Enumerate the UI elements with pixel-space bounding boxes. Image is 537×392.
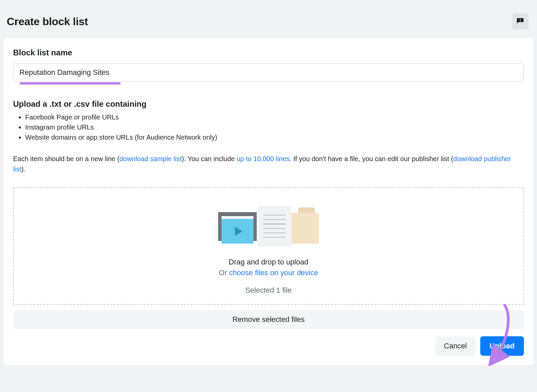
page-title: Create block list: [7, 15, 88, 28]
form-card: Block list name Upload a .txt or .csv fi…: [3, 38, 534, 365]
list-item: Website domains or app store URLs (for A…: [25, 132, 524, 142]
upload-button[interactable]: Upload: [480, 336, 524, 356]
name-label: Block list name: [13, 48, 524, 57]
list-item: Facebook Page or profile URLs: [25, 112, 524, 122]
choose-files-link[interactable]: choose files on your device: [229, 268, 318, 277]
file-dropzone[interactable]: Drag and drop to upload Or choose files …: [13, 187, 524, 305]
list-item: Instagram profile URLs: [25, 122, 524, 132]
feedback-button[interactable]: [512, 13, 528, 30]
page-header: Create block list: [3, 3, 534, 38]
dropzone-subtitle: Or choose files on your device: [219, 268, 318, 277]
upload-heading: Upload a .txt or .csv file containing: [13, 99, 524, 109]
upload-illustration-icon: [218, 206, 319, 246]
feedback-icon: [516, 17, 524, 26]
selected-file-status: Selected 1 file: [245, 286, 292, 295]
upload-bullet-list: Facebook Page or profile URLs Instagram …: [13, 112, 524, 142]
help-text: Each item should be on a new line (downl…: [13, 154, 524, 175]
dropzone-title: Drag and drop to upload: [229, 258, 308, 266]
highlight-annotation: [20, 82, 120, 85]
block-list-name-input[interactable]: [13, 63, 524, 82]
svg-rect-1: [520, 21, 521, 22]
download-sample-link[interactable]: download sample list: [119, 155, 182, 162]
svg-rect-0: [520, 19, 521, 21]
footer-actions: Cancel Upload: [13, 336, 524, 356]
cancel-button[interactable]: Cancel: [435, 336, 476, 356]
remove-selected-button[interactable]: Remove selected files: [13, 310, 524, 329]
lines-limit-link[interactable]: up to 10,000 lines: [237, 155, 290, 162]
